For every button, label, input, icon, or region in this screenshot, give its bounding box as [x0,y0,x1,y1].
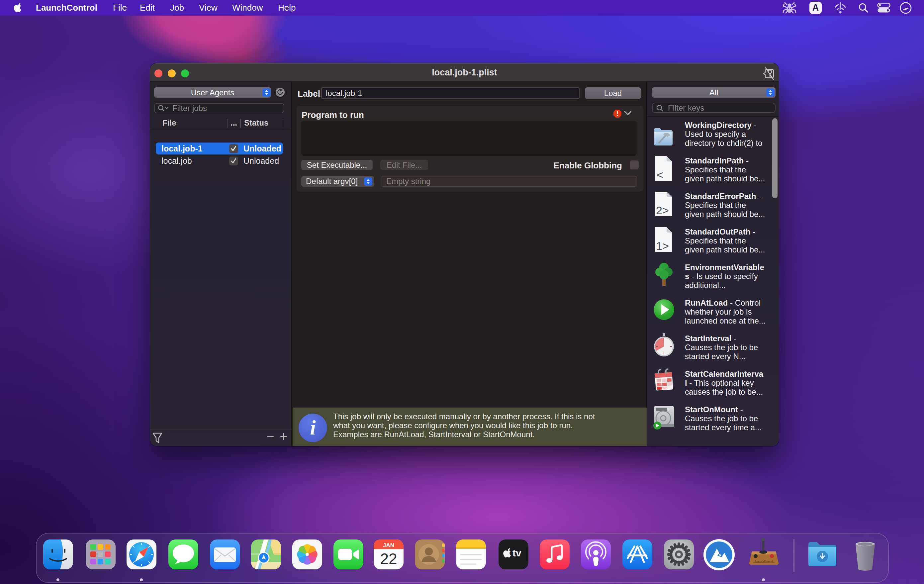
svg-text:tv: tv [513,548,521,558]
svg-text:JAN: JAN [383,542,394,548]
svg-text:2>: 2> [656,204,669,216]
svg-text:<: < [657,168,663,181]
svg-text:1>: 1> [656,239,669,252]
svg-text:22: 22 [380,550,397,568]
svg-text:LaunchControl: LaunchControl [755,559,773,563]
